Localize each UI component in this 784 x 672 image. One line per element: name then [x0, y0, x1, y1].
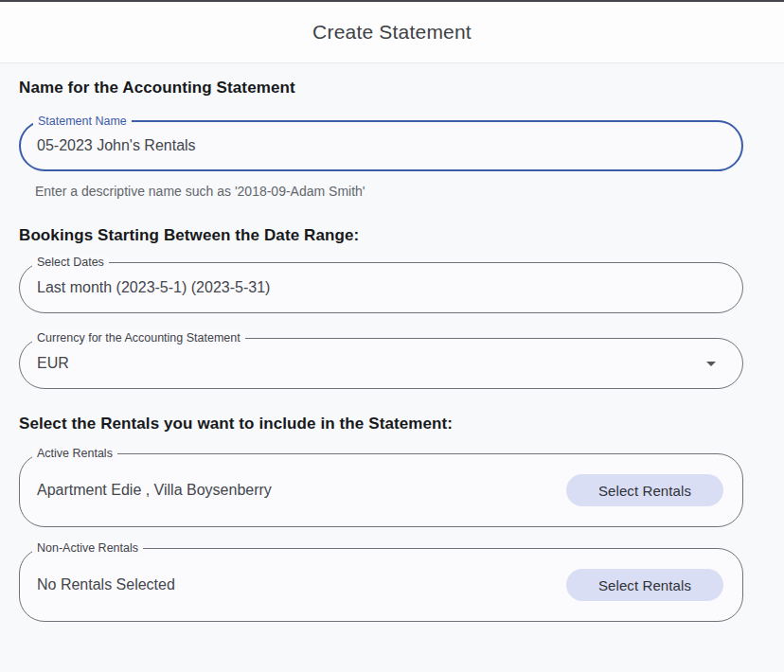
- inactive-rentals-field: Non-Active Rentals No Rentals Selected S…: [19, 548, 743, 622]
- active-select-rentals-button[interactable]: Select Rentals: [566, 474, 723, 506]
- currency-label: Currency for the Accounting Statement: [32, 331, 245, 345]
- inactive-select-rentals-button[interactable]: Select Rentals: [566, 569, 723, 601]
- active-rentals-field: Active Rentals Apartment Edie , Villa Bo…: [19, 453, 743, 527]
- active-rentals-label: Active Rentals: [32, 447, 117, 461]
- statement-name-helper-text: Enter a descriptive name such as '2018-0…: [35, 184, 743, 199]
- page-title: Create Statement: [312, 21, 472, 44]
- select-dates-label: Select Dates: [32, 256, 109, 270]
- inactive-rentals-row: No Rentals Selected Select Rentals: [20, 549, 742, 621]
- statement-form: Name for the Accounting Statement Statem…: [0, 78, 784, 622]
- active-rentals-row: Apartment Edie , Villa Boysenberry Selec…: [20, 454, 742, 526]
- select-dates-value: Last month (2023-5-1) (2023-5-31): [37, 279, 270, 296]
- dates-section-heading: Bookings Starting Between the Date Range…: [19, 225, 743, 245]
- currency-select-field[interactable]: Currency for the Accounting Statement EU…: [19, 338, 743, 389]
- inactive-rentals-value: No Rentals Selected: [37, 576, 175, 593]
- statement-name-field[interactable]: Statement Name: [19, 120, 743, 171]
- currency-value: EUR: [37, 355, 69, 372]
- create-statement-page: Create Statement Name for the Accounting…: [0, 0, 784, 672]
- select-dates-field[interactable]: Select Dates Last month (2023-5-1) (2023…: [19, 262, 743, 313]
- active-rentals-value: Apartment Edie , Villa Boysenberry: [37, 482, 272, 499]
- rentals-section-heading: Select the Rentals you want to include i…: [19, 414, 743, 433]
- caret-down-icon: [706, 362, 716, 366]
- dialog-header: Create Statement: [0, 2, 784, 63]
- statement-name-input[interactable]: [21, 122, 741, 169]
- name-section-heading: Name for the Accounting Statement: [19, 78, 743, 97]
- inactive-rentals-label: Non-Active Rentals: [32, 541, 143, 556]
